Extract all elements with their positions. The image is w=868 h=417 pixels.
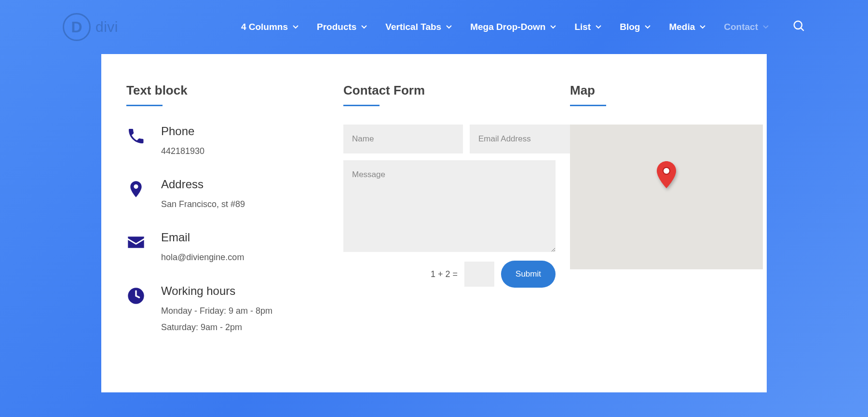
section-underline <box>126 105 163 106</box>
chevron-down-icon <box>293 25 298 29</box>
search-button[interactable] <box>793 20 805 34</box>
nav-label: Blog <box>620 22 640 32</box>
chevron-down-icon <box>361 25 367 29</box>
nav-label: Media <box>669 22 695 32</box>
info-hours-line1: Monday - Friday: 9 am - 8pm <box>161 303 272 319</box>
section-title-textblock: Text block <box>126 83 329 98</box>
info-hours-line2: Saturday: 9am - 2pm <box>161 319 272 335</box>
nav-4-columns[interactable]: 4 Columns <box>241 22 298 32</box>
info-phone: Phone 442181930 <box>126 125 329 159</box>
chevron-down-icon <box>763 25 769 29</box>
chevron-down-icon <box>700 25 705 29</box>
section-underline <box>343 105 380 106</box>
mail-icon <box>126 233 146 252</box>
info-phone-title: Phone <box>161 125 204 138</box>
brand-logo[interactable]: D divi <box>63 13 118 41</box>
svg-point-0 <box>794 21 802 29</box>
svg-line-1 <box>801 28 804 31</box>
nav-label: List <box>574 22 591 32</box>
info-email: Email hola@diviengine.com <box>126 231 329 265</box>
info-address-title: Address <box>161 178 245 191</box>
header: D divi 4 Columns Products Vertical Tabs … <box>0 0 868 54</box>
chevron-down-icon <box>446 25 452 29</box>
chevron-down-icon <box>550 25 556 29</box>
map-marker-icon <box>656 161 677 188</box>
name-input[interactable] <box>343 125 463 153</box>
svg-point-4 <box>664 168 669 174</box>
nav-vertical-tabs[interactable]: Vertical Tabs <box>385 22 452 32</box>
info-hours-title: Working hours <box>161 284 272 298</box>
text-block-column: Text block Phone 442181930 Address San F… <box>126 83 329 354</box>
info-address: Address San Francisco, st #89 <box>126 178 329 212</box>
captcha-question: 1 + 2 = <box>431 269 458 279</box>
nav-blog[interactable]: Blog <box>620 22 651 32</box>
content-card: Text block Phone 442181930 Address San F… <box>101 54 767 392</box>
message-textarea[interactable] <box>343 160 556 252</box>
submit-button[interactable]: Submit <box>501 261 556 288</box>
chevron-down-icon <box>596 25 601 29</box>
map-column: Map <box>570 83 763 354</box>
section-title-contactform: Contact Form <box>343 83 556 98</box>
info-address-value: San Francisco, st #89 <box>161 196 245 212</box>
brand-name: divi <box>95 19 118 35</box>
clock-icon <box>126 286 146 306</box>
info-email-title: Email <box>161 231 244 244</box>
nav-contact[interactable]: Contact <box>724 22 769 32</box>
phone-icon <box>126 126 146 146</box>
form-row-name-email <box>343 125 556 153</box>
nav-label: Vertical Tabs <box>385 22 441 32</box>
map-pin-icon <box>126 180 146 199</box>
map[interactable] <box>570 125 763 269</box>
captcha-row: 1 + 2 = Submit <box>343 261 556 288</box>
nav-label: Products <box>317 22 356 32</box>
nav-label: 4 Columns <box>241 22 288 32</box>
nav-products[interactable]: Products <box>317 22 367 32</box>
main-nav: 4 Columns Products Vertical Tabs Mega Dr… <box>241 20 805 34</box>
nav-media[interactable]: Media <box>669 22 705 32</box>
section-underline <box>570 105 606 106</box>
info-phone-value: 442181930 <box>161 143 204 159</box>
contact-form-column: Contact Form 1 + 2 = Submit <box>343 83 556 354</box>
info-email-value: hola@diviengine.com <box>161 249 244 265</box>
nav-label: Mega Drop-Down <box>470 22 545 32</box>
captcha-input[interactable] <box>464 262 494 287</box>
nav-list[interactable]: List <box>574 22 601 32</box>
info-hours: Working hours Monday - Friday: 9 am - 8p… <box>126 284 329 335</box>
section-title-map: Map <box>570 83 763 98</box>
chevron-down-icon <box>645 25 651 29</box>
logo-icon: D <box>63 13 91 41</box>
nav-label: Contact <box>724 22 758 32</box>
nav-mega-drop-down[interactable]: Mega Drop-Down <box>470 22 556 32</box>
search-icon <box>793 26 805 34</box>
